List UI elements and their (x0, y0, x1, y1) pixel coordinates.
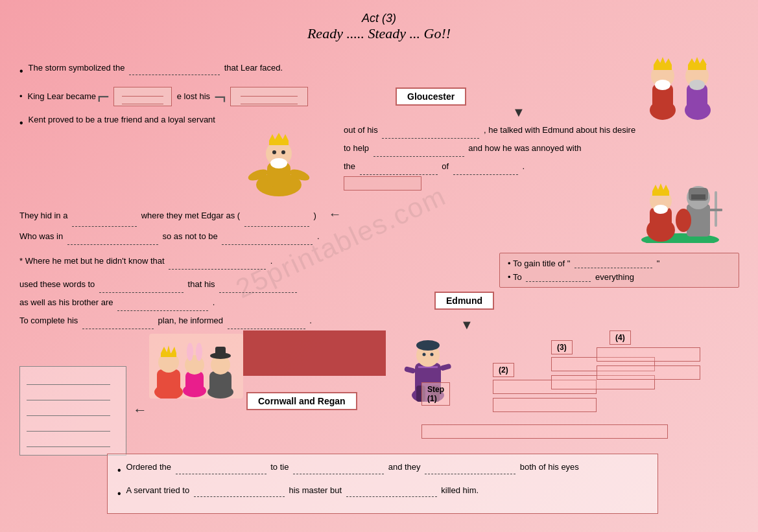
svg-rect-40 (691, 194, 705, 200)
bullet-dot-1: • (19, 63, 23, 80)
mid-note: * Where he met but he didn't know that . (19, 253, 344, 270)
left-lines-box (19, 366, 126, 456)
red-rectangle-placeholder (243, 330, 386, 376)
dash-e2 (526, 273, 591, 282)
edmund-bubble: • To gain title of " " • To everything (499, 253, 739, 288)
svg-point-25 (270, 158, 287, 168)
bottom-bullet2: • A servant tried to his master but kill… (117, 484, 648, 502)
svg-marker-35 (663, 185, 669, 191)
cornwall-regan-box: Cornwall and Regan (246, 392, 357, 410)
step4-line1 (597, 347, 700, 362)
svg-rect-69 (209, 371, 231, 394)
dash-m2b (222, 237, 313, 245)
svg-point-52 (431, 353, 434, 356)
bullet-item-1: • The storm symbolized the that Lear fac… (19, 62, 357, 80)
dash-m6a (82, 321, 154, 329)
dash-m1b (244, 218, 309, 227)
dash-b1a (176, 466, 266, 474)
dash-b1c (425, 466, 515, 474)
svg-marker-14 (699, 58, 707, 65)
svg-marker-34 (657, 183, 664, 191)
mid-left-section: They hid in a where they met Edgar as ( … (19, 201, 344, 330)
input-box-2[interactable] (230, 87, 308, 106)
gloucester-section: Gloucester ▼ out of his , he talked with… (344, 87, 642, 192)
gloucester-text: out of his , he talked with Edmund about… (344, 122, 642, 191)
step2-line2 (493, 398, 597, 412)
left-line-4 (27, 419, 110, 432)
gloucester-line3: the of . (344, 158, 642, 191)
left-line-5 (27, 434, 110, 447)
dash-m4a (99, 284, 184, 293)
bullet1-text: The storm symbolized the that Lear faced… (29, 62, 283, 75)
svg-marker-22 (282, 134, 289, 141)
main-container: Act (3) Ready ..... Steady ... Go!! 25pr… (0, 0, 758, 532)
svg-rect-54 (440, 364, 451, 371)
left-line-2 (27, 387, 110, 400)
dash-b2a (194, 489, 285, 497)
mid-line6: To complete his plan, he informed . (19, 312, 344, 329)
dash-g1 (382, 130, 479, 139)
svg-point-15 (689, 80, 705, 90)
dash-g3b (453, 167, 518, 175)
svg-rect-19 (269, 141, 289, 145)
left-line-3 (27, 403, 110, 416)
edmund-arrow-down: ▼ (460, 318, 473, 332)
dash-e1 (574, 260, 652, 268)
svg-point-67 (196, 343, 202, 361)
arrow-left-1: ← (328, 207, 341, 221)
svg-point-66 (187, 343, 193, 361)
title-act: Act (3) (0, 12, 758, 25)
party-image (149, 334, 243, 399)
dash-b1b (293, 466, 384, 474)
gloucester-line1: out of his , he talked with Edmund about… (344, 122, 642, 139)
svg-point-51 (423, 353, 426, 356)
step4-line2 (597, 365, 700, 380)
svg-point-26 (272, 150, 276, 154)
dash-m6b (228, 321, 305, 329)
svg-point-7 (655, 80, 670, 90)
left-section: • The storm symbolized the that Lear fac… (19, 62, 357, 136)
svg-marker-20 (269, 134, 276, 141)
dash-m2a (67, 237, 158, 245)
mid-line1: They hid in a where they met Edgar as ( … (19, 201, 344, 227)
bottom-bullet1: • Ordered the to tie and they both of hi… (117, 461, 648, 479)
edmund-bullet2: • To everything (508, 272, 731, 282)
gloucester-box: Gloucester (396, 87, 466, 106)
svg-point-43 (676, 209, 691, 232)
svg-marker-5 (659, 57, 666, 65)
step4-area: (4) (597, 330, 700, 382)
left-line-1 (27, 372, 110, 385)
svg-marker-13 (694, 57, 700, 65)
knights-image (638, 165, 722, 243)
svg-rect-3 (654, 65, 672, 70)
svg-point-36 (654, 205, 668, 214)
svg-rect-57 (157, 369, 180, 395)
svg-point-27 (281, 150, 285, 154)
svg-point-50 (416, 340, 440, 351)
dash-m1a (72, 218, 137, 227)
edmund-bullet1: • To gain title of " " (508, 259, 731, 268)
gloucester-arrow: ▼ (396, 106, 642, 119)
mid-line4: used these words to that his (19, 276, 344, 293)
dash1 (129, 67, 220, 75)
svg-marker-6 (665, 58, 672, 65)
svg-rect-32 (652, 191, 669, 196)
bracket-left: ⌐ (97, 86, 110, 107)
svg-rect-11 (688, 65, 706, 70)
dash-g2 (373, 148, 464, 157)
mid-line5: as well as his brother are . (19, 294, 344, 311)
gloucester-line2: to help and how he was annoyed with (344, 140, 642, 157)
input-box-1[interactable] (113, 87, 172, 106)
meditating-character-image (246, 126, 311, 198)
step1-box: Step (1) (421, 382, 450, 406)
dash-note (169, 261, 266, 270)
svg-rect-53 (404, 366, 416, 374)
bracket-right: ¬ (214, 86, 226, 107)
svg-rect-64 (185, 371, 204, 394)
dash-m5 (117, 303, 208, 311)
svg-rect-42 (709, 209, 722, 211)
king-lear-line: • King Lear became ⌐ e lost his ¬ (19, 86, 357, 107)
svg-rect-72 (215, 347, 226, 357)
bullet-dot-2: • (19, 91, 23, 101)
dash-m4b (219, 284, 297, 293)
